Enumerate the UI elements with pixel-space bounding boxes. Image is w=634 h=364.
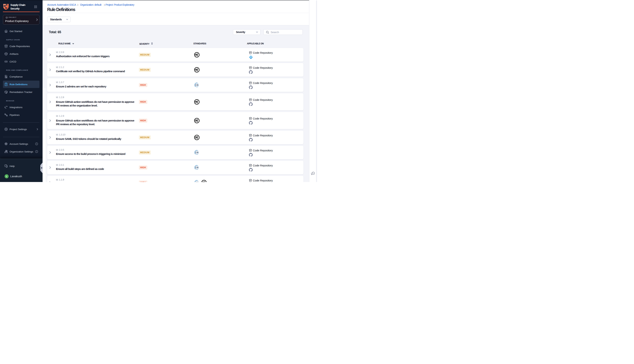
svg-text:CIS: CIS	[195, 182, 198, 182]
svg-text:CIS: CIS	[195, 152, 198, 154]
svg-text:CIS: CIS	[195, 166, 198, 169]
svg-text:CIS: CIS	[195, 84, 198, 86]
